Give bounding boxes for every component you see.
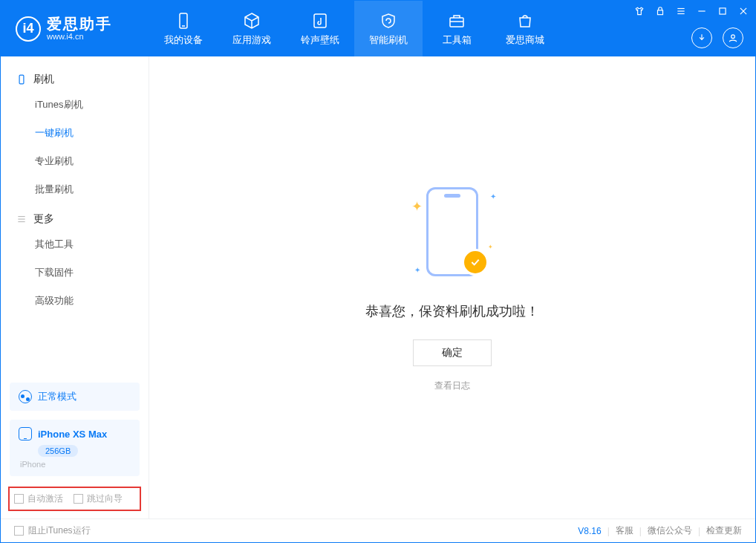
music-icon: [310, 11, 330, 30]
separator: |: [607, 526, 610, 536]
spark-icon: ✦: [414, 266, 420, 274]
titlebar: i4 爱思助手 www.i4.cn 我的设备 应用游戏 铃声壁纸 智能刷机: [1, 1, 755, 56]
svg-rect-10: [720, 8, 726, 14]
sidebar-item-pro-flash[interactable]: 专业刷机: [1, 147, 149, 175]
link-check-update[interactable]: 检查更新: [706, 524, 742, 537]
device-icon: [174, 11, 193, 30]
app-window: i4 爱思助手 www.i4.cn 我的设备 应用游戏 铃声壁纸 智能刷机: [0, 0, 756, 543]
refresh-shield-icon: [379, 11, 398, 30]
spark-icon: ✦: [411, 198, 423, 215]
nav-ringtones[interactable]: 铃声壁纸: [286, 1, 354, 56]
device-phone-icon: [19, 427, 32, 440]
options-row: 自动激活 跳过向导: [8, 487, 141, 511]
app-name-cn: 爱思助手: [47, 16, 112, 32]
toolbox-icon: [447, 11, 466, 30]
sidebar-menu: 刷机 iTunes刷机 一键刷机 专业刷机 批量刷机 更多 其他工具 下载固件 …: [1, 56, 149, 377]
sidebar: 刷机 iTunes刷机 一键刷机 专业刷机 批量刷机 更多 其他工具 下载固件 …: [1, 56, 149, 518]
sidebar-item-batch-flash[interactable]: 批量刷机: [1, 175, 149, 204]
sidebar-item-itunes-flash[interactable]: iTunes刷机: [1, 91, 149, 119]
download-button[interactable]: [691, 27, 712, 48]
checkbox-icon: [74, 494, 83, 504]
menu-icon[interactable]: [675, 5, 687, 17]
svg-rect-2: [314, 14, 326, 27]
group-more: 更多: [1, 204, 149, 230]
nav-shop[interactable]: 爱思商城: [491, 1, 559, 56]
checkbox-skip-guide[interactable]: 跳过向导: [74, 492, 123, 505]
view-log-link[interactable]: 查看日志: [434, 380, 470, 392]
device-type: iPhone: [20, 460, 131, 469]
device-capacity: 256GB: [38, 445, 78, 457]
sidebar-item-onekey-flash[interactable]: 一键刷机: [1, 119, 149, 147]
svg-rect-3: [450, 18, 463, 27]
result-panel: ✦ ✦ ✦ ✦ 恭喜您，保资料刷机成功啦！ 确定 查看日志: [365, 183, 539, 392]
svg-rect-14: [19, 75, 24, 84]
logo[interactable]: i4 爱思助手 www.i4.cn: [1, 16, 149, 41]
svg-rect-5: [658, 10, 663, 15]
body: 刷机 iTunes刷机 一键刷机 专业刷机 批量刷机 更多 其他工具 下载固件 …: [1, 56, 755, 518]
statusbar: 阻止iTunes运行 V8.16 | 客服 | 微信公众号 | 检查更新: [1, 518, 755, 542]
separator: |: [639, 526, 642, 536]
link-wechat[interactable]: 微信公众号: [648, 524, 692, 537]
nav-my-device[interactable]: 我的设备: [149, 1, 218, 56]
group-flash: 刷机: [1, 64, 149, 91]
cube-icon: [242, 11, 261, 30]
checkbox-icon: [14, 494, 24, 504]
checkbox-icon: [14, 526, 24, 536]
minimize-icon[interactable]: [696, 5, 708, 17]
lock-icon[interactable]: [654, 5, 666, 17]
user-button[interactable]: [723, 27, 743, 48]
separator: |: [698, 526, 700, 536]
logo-icon: i4: [16, 16, 41, 42]
app-name-en: www.i4.cn: [47, 32, 112, 41]
spark-icon: ✦: [490, 192, 496, 201]
mode-card[interactable]: 正常模式: [10, 383, 140, 411]
phone-icon: [16, 74, 27, 85]
checkbox-auto-activate[interactable]: 自动激活: [14, 492, 63, 505]
nav-apps-games[interactable]: 应用游戏: [218, 1, 286, 56]
sidebar-item-other-tools[interactable]: 其他工具: [1, 230, 149, 259]
check-badge-icon: [462, 249, 489, 276]
shop-icon: [515, 11, 535, 30]
main-content: ✦ ✦ ✦ ✦ 恭喜您，保资料刷机成功啦！ 确定 查看日志: [149, 56, 755, 518]
mode-icon: [19, 390, 32, 403]
sidebar-item-advanced[interactable]: 高级功能: [1, 287, 149, 315]
checkbox-block-itunes[interactable]: 阻止iTunes运行: [14, 524, 91, 537]
nav-toolbox[interactable]: 工具箱: [423, 1, 491, 56]
link-support[interactable]: 客服: [616, 524, 633, 537]
tshirt-icon[interactable]: [633, 5, 645, 17]
success-message: 恭喜您，保资料刷机成功啦！: [365, 302, 539, 320]
maximize-icon[interactable]: [717, 5, 729, 17]
ok-button[interactable]: 确定: [413, 339, 492, 366]
top-nav: 我的设备 应用游戏 铃声壁纸 智能刷机 工具箱 爱思商城: [149, 1, 559, 56]
success-illustration: ✦ ✦ ✦ ✦: [404, 183, 501, 287]
svg-point-13: [731, 35, 735, 39]
version-label: V8.16: [578, 526, 601, 536]
nav-smart-flash[interactable]: 智能刷机: [354, 1, 423, 56]
spark-icon: ✦: [488, 244, 493, 250]
close-icon[interactable]: [737, 5, 749, 17]
device-name: iPhone XS Max: [38, 429, 107, 440]
list-icon: [16, 213, 27, 225]
header-right: [691, 27, 743, 48]
window-controls: [633, 5, 749, 17]
device-card[interactable]: iPhone XS Max 256GB iPhone: [10, 420, 140, 476]
sidebar-item-download-firmware[interactable]: 下载固件: [1, 259, 149, 287]
mode-label: 正常模式: [38, 390, 76, 403]
logo-text: 爱思助手 www.i4.cn: [47, 16, 112, 41]
